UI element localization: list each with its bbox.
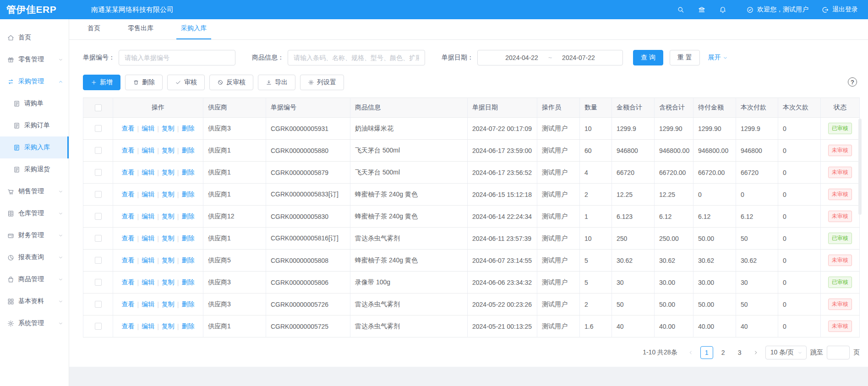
copy-link[interactable]: 复制 — [162, 147, 175, 155]
view-link[interactable]: 查看 — [122, 278, 135, 287]
sidebar-item-system-mgmt[interactable]: 系统管理 — [0, 312, 69, 334]
logout-button[interactable]: 退出登录 — [821, 5, 858, 14]
cell-supplier: 供应商5 — [203, 250, 266, 271]
edit-link[interactable]: 编辑 — [142, 300, 154, 309]
row-checkbox[interactable] — [95, 191, 102, 198]
view-link[interactable]: 查看 — [122, 234, 135, 243]
bill-no-input[interactable] — [119, 50, 235, 65]
jump-page-input[interactable] — [827, 346, 850, 359]
edit-link[interactable]: 编辑 — [142, 125, 154, 133]
delete-link[interactable]: 删除 — [181, 125, 194, 133]
sidebar-item-purchase-request[interactable]: 请购单 — [0, 92, 69, 114]
sidebar-item-purchase-mgmt[interactable]: 采购管理 — [0, 71, 69, 92]
add-button[interactable]: 新增 — [83, 75, 120, 90]
column-settings-button[interactable]: 列设置 — [300, 75, 344, 90]
tab-purchase-inbound[interactable]: 采购入库 — [176, 24, 211, 39]
view-link[interactable]: 查看 — [122, 256, 135, 265]
edit-link[interactable]: 编辑 — [142, 256, 154, 265]
sidebar-item-home[interactable]: 首页 — [0, 27, 69, 49]
row-checkbox[interactable] — [95, 235, 102, 242]
cell-debt: 0 — [778, 294, 821, 315]
user-welcome[interactable]: 欢迎您，测试用户 — [746, 5, 808, 14]
delete-button[interactable]: 删除 — [125, 75, 163, 90]
row-checkbox[interactable] — [95, 147, 102, 154]
row-checkbox[interactable] — [95, 169, 102, 176]
edit-link[interactable]: 编辑 — [142, 234, 154, 243]
expand-link[interactable]: 展开 — [708, 54, 728, 62]
copy-link[interactable]: 复制 — [162, 234, 175, 243]
sidebar-item-finance-mgmt[interactable]: 财务管理 — [0, 224, 69, 246]
row-checkbox[interactable] — [95, 323, 102, 330]
date-range-picker[interactable]: 2024-04-22 ~ 2024-07-22 — [477, 50, 623, 65]
row-checkbox[interactable] — [95, 213, 102, 220]
edit-link[interactable]: 编辑 — [142, 322, 154, 331]
copy-link[interactable]: 复制 — [162, 169, 175, 177]
delete-link[interactable]: 删除 — [181, 256, 194, 265]
delete-link[interactable]: 删除 — [181, 212, 194, 221]
prev-page-button[interactable] — [685, 347, 697, 359]
row-checkbox[interactable] — [95, 279, 102, 286]
view-link[interactable]: 查看 — [122, 300, 135, 309]
sidebar-item-purchase-inbound[interactable]: 采购入库 — [0, 136, 69, 158]
scrollbar-thumb[interactable] — [858, 119, 862, 215]
cell-bill-no: CGRK00000005808 — [266, 250, 350, 271]
edit-link[interactable]: 编辑 — [142, 147, 154, 155]
page-size-select[interactable]: 10 条/页 — [765, 346, 807, 359]
copy-link[interactable]: 复制 — [162, 125, 175, 133]
delete-link[interactable]: 删除 — [181, 322, 194, 331]
date-from[interactable]: 2024-04-22 — [505, 54, 538, 61]
date-to[interactable]: 2024-07-22 — [562, 54, 595, 61]
search-button[interactable]: 查 询 — [633, 50, 663, 65]
delete-link[interactable]: 删除 — [181, 278, 194, 287]
cell-payment: 30 — [736, 272, 778, 293]
sidebar-item-retail-mgmt[interactable]: 零售管理 — [0, 49, 69, 71]
sidebar-item-purchase-order[interactable]: 采购订单 — [0, 114, 69, 136]
view-link[interactable]: 查看 — [122, 212, 135, 221]
copy-link[interactable]: 复制 — [162, 322, 175, 331]
delete-link[interactable]: 删除 — [181, 169, 194, 177]
help-icon[interactable]: ? — [848, 77, 857, 87]
audit-button[interactable]: 审核 — [167, 75, 205, 90]
sidebar-item-warehouse-mgmt[interactable]: 仓库管理 — [0, 202, 69, 224]
view-link[interactable]: 查看 — [122, 147, 135, 155]
export-button[interactable]: 导出 — [258, 75, 295, 90]
row-checkbox[interactable] — [95, 257, 102, 264]
copy-link[interactable]: 复制 — [162, 300, 175, 309]
product-info-input[interactable] — [288, 50, 425, 65]
reset-button[interactable]: 重 置 — [670, 50, 700, 65]
edit-link[interactable]: 编辑 — [142, 169, 154, 177]
tab-retail-outbound[interactable]: 零售出库 — [123, 24, 158, 39]
next-page-button[interactable] — [750, 347, 762, 359]
edit-link[interactable]: 编辑 — [142, 212, 154, 221]
row-checkbox[interactable] — [95, 301, 102, 308]
view-link[interactable]: 查看 — [122, 190, 135, 199]
delete-link[interactable]: 删除 — [181, 300, 194, 309]
sidebar-item-purchase-return[interactable]: 采购退货 — [0, 158, 69, 180]
copy-link[interactable]: 复制 — [162, 256, 175, 265]
view-link[interactable]: 查看 — [122, 125, 135, 133]
copy-link[interactable]: 复制 — [162, 190, 175, 199]
edit-link[interactable]: 编辑 — [142, 278, 154, 287]
bell-icon[interactable] — [719, 5, 727, 14]
sidebar-item-product-mgmt[interactable]: 商品管理 — [0, 268, 69, 290]
sidebar-item-basic-data[interactable]: 基本资料 — [0, 290, 69, 312]
unaudit-button[interactable]: 反审核 — [209, 75, 253, 90]
row-checkbox[interactable] — [95, 125, 102, 132]
page-number-1[interactable]: 1 — [700, 346, 713, 359]
bank-icon[interactable] — [698, 5, 706, 14]
page-number-3[interactable]: 3 — [733, 346, 746, 359]
view-link[interactable]: 查看 — [122, 322, 135, 331]
delete-link[interactable]: 删除 — [181, 190, 194, 199]
sidebar-item-report-query[interactable]: 报表查询 — [0, 246, 69, 268]
delete-link[interactable]: 删除 — [181, 234, 194, 243]
copy-link[interactable]: 复制 — [162, 212, 175, 221]
edit-link[interactable]: 编辑 — [142, 190, 154, 199]
view-link[interactable]: 查看 — [122, 169, 135, 177]
tab-home[interactable]: 首页 — [83, 24, 105, 39]
copy-link[interactable]: 复制 — [162, 278, 175, 287]
page-number-2[interactable]: 2 — [717, 346, 730, 359]
sidebar-item-sales-mgmt[interactable]: 销售管理 — [0, 180, 69, 202]
delete-link[interactable]: 删除 — [181, 147, 194, 155]
search-icon[interactable] — [677, 5, 685, 14]
select-all-checkbox[interactable] — [95, 104, 102, 111]
